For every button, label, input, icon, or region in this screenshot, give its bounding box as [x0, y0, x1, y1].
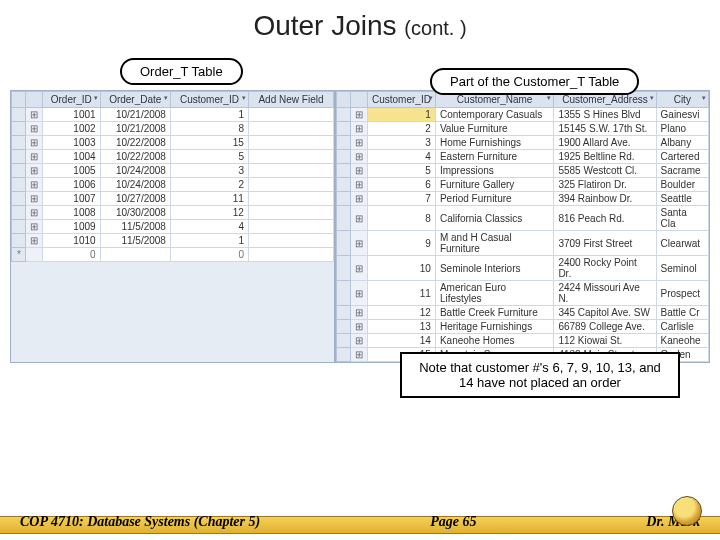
expand-icon[interactable]: ⊞ [351, 164, 368, 178]
row-selector[interactable] [12, 136, 26, 150]
slide-title: Outer Joins (cont. ) [0, 10, 720, 42]
customer-city-cell: Carlisle [656, 320, 708, 334]
customer-name-cell: Furniture Gallery [435, 178, 553, 192]
customer-city-cell: Sacrame [656, 164, 708, 178]
column-header [12, 92, 26, 108]
table-row: ⊞ 1005 10/24/2008 3 [12, 164, 334, 178]
table-row: ⊞ 9 M and H Casual Furniture 3709 First … [337, 231, 709, 256]
order-date-cell: 10/22/2008 [100, 150, 170, 164]
expand-icon[interactable]: ⊞ [351, 306, 368, 320]
expand-icon[interactable]: ⊞ [26, 234, 43, 248]
customer-id-cell: 13 [368, 320, 436, 334]
customer-address-cell: 325 Flatiron Dr. [554, 178, 656, 192]
row-selector[interactable] [337, 150, 351, 164]
column-header: Customer_ID▾ [368, 92, 436, 108]
expand-icon[interactable]: ⊞ [26, 220, 43, 234]
expand-icon[interactable]: ⊞ [26, 122, 43, 136]
customer-address-cell: 345 Capitol Ave. SW [554, 306, 656, 320]
table-row: ⊞ 1009 11/5/2008 4 [12, 220, 334, 234]
expand-icon[interactable]: ⊞ [26, 178, 43, 192]
table-row: ⊞ 1007 10/27/2008 11 [12, 192, 334, 206]
order-id-cell: 1006 [43, 178, 101, 192]
row-selector[interactable] [12, 150, 26, 164]
title-cont: (cont. ) [404, 17, 466, 39]
row-selector[interactable] [337, 122, 351, 136]
row-selector[interactable] [337, 334, 351, 348]
customer-city-cell: Albany [656, 136, 708, 150]
table-row: ⊞ 4 Eastern Furniture 1925 Beltline Rd. … [337, 150, 709, 164]
expand-icon[interactable]: ⊞ [351, 178, 368, 192]
row-selector[interactable] [12, 164, 26, 178]
expand-icon[interactable]: ⊞ [26, 150, 43, 164]
empty-cell [248, 178, 333, 192]
row-selector[interactable] [337, 306, 351, 320]
expand-icon[interactable]: ⊞ [351, 256, 368, 281]
table-row: ⊞ 1006 10/24/2008 2 [12, 178, 334, 192]
table-row: ⊞ 14 Kaneohe Homes 112 Kiowai St. Kaneoh… [337, 334, 709, 348]
order-date-cell: 10/30/2008 [100, 206, 170, 220]
customer-city-cell: Boulder [656, 178, 708, 192]
row-selector[interactable] [337, 164, 351, 178]
row-selector[interactable] [12, 234, 26, 248]
row-selector[interactable] [12, 178, 26, 192]
order-date-cell: 10/24/2008 [100, 178, 170, 192]
row-selector[interactable] [337, 192, 351, 206]
expand-icon[interactable]: ⊞ [351, 320, 368, 334]
customer-name-cell: American Euro Lifestyles [435, 281, 553, 306]
row-selector[interactable] [337, 231, 351, 256]
row-selector[interactable] [337, 178, 351, 192]
row-selector[interactable] [12, 206, 26, 220]
expand-icon[interactable]: ⊞ [351, 348, 368, 362]
customer-id-cell: 3 [170, 164, 248, 178]
table-row: ⊞ 1010 11/5/2008 1 [12, 234, 334, 248]
expand-icon[interactable]: ⊞ [351, 206, 368, 231]
customer-name-cell: Home Furnishings [435, 136, 553, 150]
row-selector[interactable] [337, 256, 351, 281]
expand-icon[interactable]: ⊞ [26, 108, 43, 122]
expand-icon[interactable]: ⊞ [351, 334, 368, 348]
expand-icon[interactable]: ⊞ [351, 150, 368, 164]
order-id-cell: 1002 [43, 122, 101, 136]
customer-id-cell: 0 [170, 248, 248, 262]
expand-icon[interactable]: ⊞ [351, 122, 368, 136]
order-id-cell: 1008 [43, 206, 101, 220]
table-row: ⊞ 10 Seminole Interiors 2400 Rocky Point… [337, 256, 709, 281]
row-selector[interactable] [12, 108, 26, 122]
new-record-row[interactable]: * 0 0 [12, 248, 334, 262]
row-selector[interactable] [337, 348, 351, 362]
empty-cell [248, 192, 333, 206]
table-row: ⊞ 1 Contemporary Casuals 1355 S Hines Bl… [337, 108, 709, 122]
customer-city-cell: Kaneohe [656, 334, 708, 348]
column-header [26, 92, 43, 108]
expand-icon[interactable]: ⊞ [26, 206, 43, 220]
row-selector[interactable] [337, 108, 351, 122]
row-selector[interactable] [12, 192, 26, 206]
row-selector[interactable] [12, 220, 26, 234]
customer-city-cell: Seattle [656, 192, 708, 206]
expand-icon[interactable]: ⊞ [351, 108, 368, 122]
customer-name-cell: Eastern Furniture [435, 150, 553, 164]
expand-icon[interactable]: ⊞ [351, 136, 368, 150]
row-selector[interactable] [337, 320, 351, 334]
expand-icon[interactable]: ⊞ [351, 231, 368, 256]
row-selector[interactable] [12, 122, 26, 136]
customer-address-cell: 15145 S.W. 17th St. [554, 122, 656, 136]
column-header: Order_Date▾ [100, 92, 170, 108]
table-row: ⊞ 12 Battle Creek Furniture 345 Capitol … [337, 306, 709, 320]
expand-icon[interactable]: ⊞ [351, 281, 368, 306]
empty-cell [248, 136, 333, 150]
customer-city-cell: Plano [656, 122, 708, 136]
customer-city-cell: Santa Cla [656, 206, 708, 231]
table-row: ⊞ 5 Impressions 5585 Westcott Cl. Sacram… [337, 164, 709, 178]
expand-icon[interactable]: ⊞ [26, 164, 43, 178]
expand-icon[interactable]: ⊞ [26, 136, 43, 150]
row-selector[interactable] [337, 136, 351, 150]
customer-id-cell: 4 [170, 220, 248, 234]
order-id-cell: 1010 [43, 234, 101, 248]
row-selector[interactable] [337, 206, 351, 231]
customer-id-cell: 5 [368, 164, 436, 178]
expand-icon[interactable]: ⊞ [351, 192, 368, 206]
row-selector[interactable] [337, 281, 351, 306]
expand-icon[interactable]: ⊞ [26, 192, 43, 206]
tables-container: Order_ID▾Order_Date▾Customer_ID▾Add New … [10, 90, 710, 363]
